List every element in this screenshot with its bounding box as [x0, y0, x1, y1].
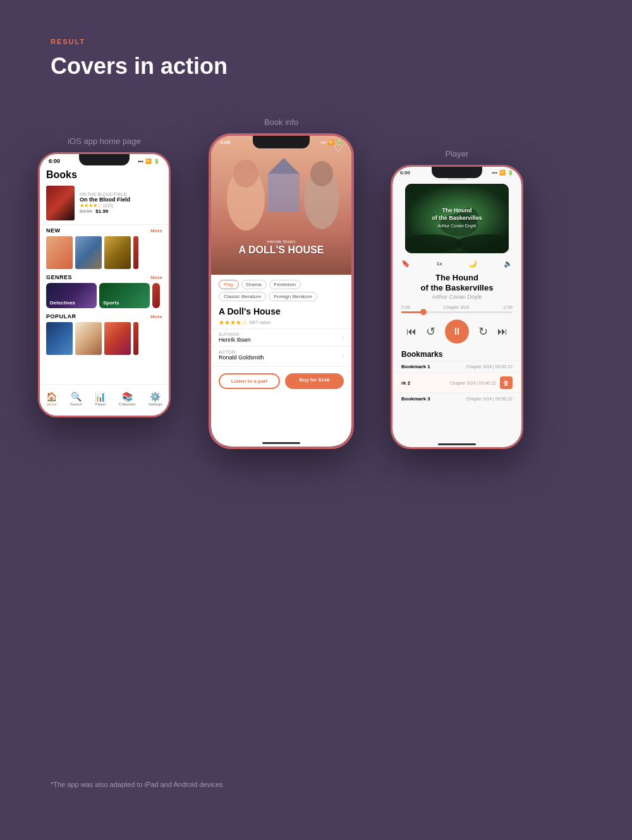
phone3-wrapper: Player 6:00 ▪▪▪ 🛜 🔋	[391, 149, 523, 449]
p3-bookmark-3[interactable]: Bookmark 3 Chapter 3/24 | 00:55:12	[392, 392, 521, 405]
p2-rating-count: 867 rates	[250, 320, 270, 325]
phone3-side-1	[522, 217, 523, 236]
skip-forward-button[interactable]: ⏭	[497, 326, 507, 337]
left-btn-2	[38, 217, 39, 243]
p3-bookmark-2[interactable]: rk 2 Chapter 3/24 | 00:40:12 🗑	[392, 373, 521, 392]
p3-book-author: Arthur Conan Doyle	[392, 292, 521, 303]
p2-title-overlay: Henrik Ibsen A DOLL'S HOUSE	[211, 239, 351, 256]
p1-nav-search[interactable]: 🔍 Search	[70, 392, 82, 406]
p1-featured-subtitle: ON THE BLOOD FIELD	[80, 192, 162, 196]
buy-button[interactable]: Buy for $140	[285, 373, 344, 389]
phone2-frame: Henrik Ibsen A DOLL'S HOUSE ♡ 3:05 ▪▪▪ 🛜…	[209, 133, 354, 449]
svg-point-4	[310, 161, 333, 186]
p2-actor-chevron: ›	[342, 352, 344, 359]
p3-status-icons: ▪▪▪ 🛜 🔋	[492, 170, 514, 176]
p3-bm2-delete-button[interactable]: 🗑	[500, 376, 513, 389]
p2-tag-classic[interactable]: Classic literature	[219, 292, 266, 301]
p3-progress-bar[interactable]	[401, 311, 513, 313]
p1-nav-player[interactable]: 📊 Player	[95, 392, 106, 406]
p1-popular-more[interactable]: More	[150, 314, 162, 320]
phone3-screen: 6:00 ▪▪▪ 🛜 🔋	[392, 167, 521, 447]
p1-featured-price: $3.50 $1.99	[80, 208, 162, 214]
p1-featured-stars: ★★★★☆ (123)	[80, 203, 162, 208]
blood-field-cover-art	[46, 186, 75, 220]
p1-popular-row	[40, 321, 169, 357]
p1-featured-book[interactable]: ON THE BLOOD FIELD On the Blood Field ★★…	[40, 183, 169, 225]
phone1-time: 6:00	[49, 158, 60, 164]
phone3-left-1	[391, 211, 392, 227]
listen-button[interactable]: Listen to a part	[219, 373, 280, 389]
p1-new-label: NEW	[46, 227, 61, 234]
phone2-screen: Henrik Ibsen A DOLL'S HOUSE ♡ 3:05 ▪▪▪ 🛜…	[211, 136, 351, 447]
p3-time-start: 0:38	[401, 305, 410, 309]
phone2-side-1	[352, 193, 354, 212]
p1-new-more[interactable]: More	[150, 228, 162, 234]
rewind-button[interactable]: ↺	[426, 325, 435, 339]
search-icon: 🔍	[71, 392, 82, 402]
p1-new-book-2[interactable]	[75, 236, 102, 269]
wifi-icon: 🛜	[145, 159, 152, 164]
p1-popular-book-2[interactable]	[75, 322, 102, 355]
p2-buttons: Listen to a part Buy for $140	[211, 366, 351, 395]
p2-author-row[interactable]: AUTHOR Henrik Ibsen ›	[211, 328, 351, 346]
p2-book-main-title: A Doll's House	[211, 304, 351, 318]
p1-new-book-extra	[133, 236, 138, 269]
p2-tag-play[interactable]: Play	[219, 280, 239, 289]
p1-genres-section-header: GENRES More	[40, 272, 169, 282]
p1-popular-book-3[interactable]	[104, 322, 131, 355]
p1-genre-extra	[152, 283, 160, 308]
p2-tag-drama[interactable]: Drama	[241, 280, 267, 289]
p2-cover-author: Henrik Ibsen	[211, 239, 351, 244]
p3-time-chapter: Chapter 3/24	[444, 305, 469, 309]
p3-bookmark-1[interactable]: Bookmark 1 Chapter 3/24 | 00:00:12	[392, 360, 521, 373]
battery-icon: 🔋	[154, 159, 160, 164]
bookmark-icon[interactable]: 🔖	[401, 260, 410, 268]
p1-popular-section-header: POPULAR More	[40, 311, 169, 321]
p2-cover-hero: Henrik Ibsen A DOLL'S HOUSE ♡ 3:05 ▪▪▪ 🛜…	[211, 136, 351, 275]
p1-nav-collection[interactable]: 📚 Collection	[119, 392, 135, 406]
p1-genres-more[interactable]: More	[150, 275, 162, 280]
p1-nav-home-label: Home	[47, 402, 57, 406]
p3-time-end: -2:59	[502, 305, 513, 309]
player-icon: 📊	[95, 392, 106, 402]
p1-nav-collection-label: Collection	[119, 402, 135, 406]
p1-genres-row: Detectives Sports	[40, 282, 169, 311]
skip-back-button[interactable]: ⏮	[406, 326, 416, 337]
phone3-side-2	[522, 239, 523, 271]
p3-bm1-info: Chapter 3/24 | 00:00:12	[466, 364, 513, 369]
p3-progress-times: 0:38 Chapter 3/24 -2:59	[401, 305, 513, 309]
p1-genre-sports[interactable]: Sports	[99, 283, 150, 308]
p1-nav-settings[interactable]: ⚙️ Settings	[149, 392, 162, 406]
p3-book-title: The Houndof the Baskervilles	[392, 270, 521, 292]
p2-battery: 🔋	[336, 140, 343, 145]
volume-icon[interactable]: 🔈	[504, 260, 513, 268]
p1-new-book-3[interactable]	[104, 236, 131, 269]
home-icon: 🏠	[46, 392, 57, 402]
p1-genre-sports-label: Sports	[103, 300, 119, 306]
left-btn-1	[38, 198, 39, 214]
p2-actor-row[interactable]: ACTOR Ronald Goldsmith ›	[211, 346, 351, 364]
p3-progress-thumb	[420, 309, 427, 315]
forward-button[interactable]: ↻	[478, 325, 488, 339]
p2-tag-foreign[interactable]: Foreign literature	[269, 292, 317, 301]
phone2-notch	[253, 136, 310, 148]
p2-tag-feminism[interactable]: Feminism	[269, 280, 301, 289]
speed-button[interactable]: 1x	[437, 261, 442, 267]
p3-wifi: 🛜	[499, 170, 506, 176]
svg-marker-6	[268, 158, 300, 174]
p1-genre-detectives[interactable]: Detectives	[46, 283, 97, 308]
p1-genre-detectives-label: Detectives	[50, 300, 75, 306]
status-icons: ▪▪▪ 🛜 🔋	[138, 159, 160, 164]
p3-bookmarks-title: Bookmarks	[392, 347, 521, 360]
p3-progress-container: 0:38 Chapter 3/24 -2:59	[392, 303, 521, 316]
p2-cover-title: A DOLL'S HOUSE	[211, 244, 351, 256]
p1-nav-player-label: Player	[95, 402, 106, 406]
pause-button[interactable]: ⏸	[445, 320, 469, 344]
p2-stars: ★★★★☆	[219, 319, 247, 326]
moon-icon[interactable]: 🌙	[468, 260, 477, 268]
p1-nav-home[interactable]: 🏠 Home	[46, 392, 57, 406]
p2-tags: Play Drama Feminism Classic literature F…	[211, 275, 351, 304]
p1-new-book-1[interactable]	[46, 236, 73, 269]
p1-popular-book-1[interactable]	[46, 322, 73, 355]
p3-time: 6:00	[400, 170, 410, 176]
